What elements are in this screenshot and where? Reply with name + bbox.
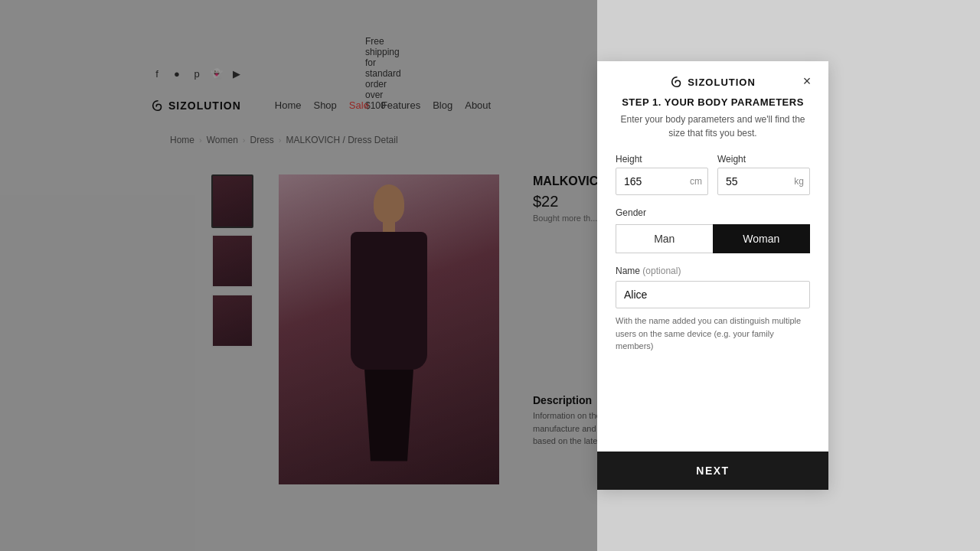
- modal-panel: SIZOLUTION × STEP 1. YOUR BODY PARAMETER…: [597, 61, 828, 488]
- gender-woman-button[interactable]: Woman: [713, 224, 811, 253]
- close-button[interactable]: ×: [798, 72, 816, 90]
- gender-label: Gender: [616, 207, 810, 218]
- modal-header: SIZOLUTION ×: [597, 61, 828, 96]
- height-unit: cm: [690, 176, 702, 187]
- weight-field-group: Weight kg: [717, 154, 810, 195]
- name-hint-text: With the name added you can distinguish …: [616, 315, 810, 353]
- step-description: Enter your body parameters and we'll fin…: [616, 112, 810, 140]
- modal-logo: SIZOLUTION: [670, 75, 756, 89]
- gender-man-button[interactable]: Man: [616, 224, 713, 253]
- height-label: Height: [616, 154, 708, 165]
- height-input-wrap: cm: [616, 168, 708, 195]
- name-optional-label: (optional): [642, 266, 681, 276]
- name-label: Name (optional): [616, 266, 810, 276]
- weight-label: Weight: [717, 154, 810, 165]
- modal-logo-text: SIZOLUTION: [688, 77, 756, 88]
- name-input[interactable]: [616, 281, 810, 308]
- step-title: STEP 1. YOUR BODY PARAMETERS: [616, 96, 810, 108]
- weight-unit: kg: [794, 176, 804, 187]
- measurements-row: Height cm Weight kg: [616, 154, 810, 195]
- weight-input-wrap: kg: [717, 168, 810, 195]
- modal-body: STEP 1. YOUR BODY PARAMETERS Enter your …: [597, 96, 828, 456]
- background-overlay: [0, 0, 597, 551]
- next-button[interactable]: NEXT: [597, 452, 828, 490]
- gender-buttons: Man Woman: [616, 224, 810, 253]
- height-field-group: Height cm: [616, 154, 708, 195]
